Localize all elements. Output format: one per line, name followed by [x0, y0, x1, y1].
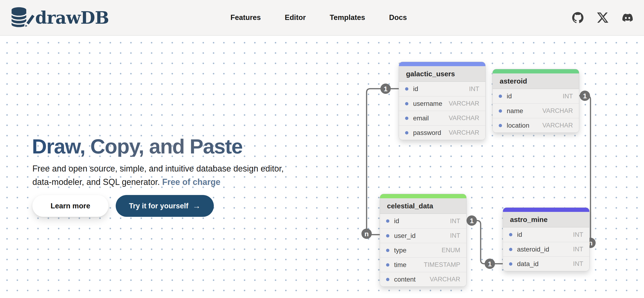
table-accent-bar [503, 208, 589, 212]
table-field-row: usernameVARCHAR [399, 96, 485, 111]
cardinality-marker: 1 [485, 258, 495, 269]
x-twitter-icon[interactable] [597, 12, 608, 23]
field-name: id [517, 231, 522, 238]
drawdb-logo-icon [10, 6, 32, 29]
table-accent-bar [380, 194, 466, 198]
brand-name: drawDB [35, 8, 109, 28]
table-field-row: passwordVARCHAR [399, 125, 485, 140]
field-name: username [413, 100, 442, 108]
nav-link-docs[interactable]: Docs [389, 13, 407, 22]
field-type: INT [573, 231, 584, 238]
nav-link-templates[interactable]: Templates [330, 13, 365, 22]
field-dot-icon [405, 116, 408, 120]
hero-canvas: Draw, Copy, and Paste Free and open sour… [0, 36, 644, 298]
field-name: location [507, 122, 530, 129]
table-name: galactic_users [399, 66, 485, 82]
field-type: VARCHAR [542, 122, 573, 129]
field-name: user_id [394, 232, 416, 240]
table-field-row: idINT [503, 227, 589, 242]
field-type: INT [573, 246, 584, 253]
table-card-asteroid: asteroid idINTnameVARCHARlocationVARCHAR [492, 69, 579, 133]
field-name: content [394, 276, 416, 283]
field-dot-icon [499, 109, 502, 113]
field-dot-icon [405, 102, 408, 105]
table-rows: idINTuser_idINTtypeENUMtimeTIMESTAMPcont… [380, 214, 466, 286]
main-nav: Features Editor Templates Docs [230, 0, 407, 35]
table-field-row: locationVARCHAR [492, 118, 579, 132]
table-field-row: idINT [399, 82, 485, 96]
field-dot-icon [386, 278, 389, 281]
field-name: id [394, 217, 399, 225]
table-field-row: emailVARCHAR [399, 111, 485, 125]
table-card-galactic-users: galactic_users idINTusernameVARCHARemail… [399, 62, 486, 140]
svg-text:n: n [364, 230, 369, 238]
field-type: INT [469, 86, 480, 93]
field-dot-icon [386, 263, 389, 266]
field-name: data_id [517, 260, 538, 268]
table-name: celestial_data [380, 198, 466, 214]
field-type: VARCHAR [430, 276, 460, 283]
table-rows: idINTasteroid_idINTdata_idINT [503, 227, 589, 271]
field-name: id [413, 85, 418, 93]
nav-link-editor[interactable]: Editor [285, 13, 306, 22]
field-name: email [413, 114, 429, 122]
cardinality-marker: 1 [380, 84, 391, 94]
svg-text:1: 1 [488, 260, 492, 268]
field-dot-icon [386, 249, 389, 252]
table-card-astro-mine: astro_mine idINTasteroid_idINTdata_idINT [503, 208, 590, 271]
field-name: id [507, 92, 512, 100]
cardinality-marker: n [362, 228, 372, 239]
table-field-row: data_idINT [503, 256, 589, 271]
field-type: TIMESTAMP [424, 261, 460, 268]
field-type: VARCHAR [449, 129, 479, 136]
table-rows: idINTnameVARCHARlocationVARCHAR [492, 89, 579, 132]
field-dot-icon [386, 220, 389, 223]
github-icon[interactable] [572, 12, 584, 23]
field-name: type [394, 246, 406, 254]
field-dot-icon [499, 94, 502, 98]
field-type: INT [563, 93, 573, 100]
field-type: INT [450, 232, 460, 239]
field-dot-icon [499, 124, 502, 127]
social-links [572, 0, 633, 35]
cardinality-marker: 1 [580, 90, 590, 101]
discord-icon[interactable] [622, 12, 633, 23]
field-name: asteroid_id [517, 246, 549, 253]
navbar: drawDB Features Editor Templates Docs [0, 0, 644, 36]
field-dot-icon [509, 248, 512, 251]
table-name: astro_mine [503, 212, 589, 227]
field-type: INT [573, 260, 584, 268]
table-name: asteroid [492, 74, 579, 89]
table-field-row: user_idINT [380, 228, 466, 243]
table-card-celestial-data: celestial_data idINTuser_idINTtypeENUMti… [380, 194, 466, 287]
field-type: VARCHAR [449, 100, 479, 107]
table-accent-bar [492, 69, 579, 74]
relation-line [466, 220, 503, 264]
svg-text:1: 1 [384, 85, 388, 93]
field-dot-icon [405, 87, 408, 90]
field-dot-icon [509, 262, 512, 266]
table-field-row: timeTIMESTAMP [380, 258, 466, 272]
field-dot-icon [509, 233, 512, 236]
table-field-row: idINT [492, 89, 579, 104]
field-name: password [413, 129, 441, 136]
field-name: time [394, 261, 406, 269]
field-type: VARCHAR [449, 114, 479, 122]
field-type: VARCHAR [542, 107, 573, 114]
cardinality-marker: 1 [466, 216, 477, 226]
table-field-row: idINT [380, 214, 466, 228]
svg-text:1: 1 [470, 217, 474, 224]
field-dot-icon [386, 234, 389, 238]
table-field-row: asteroid_idINT [503, 242, 589, 256]
field-dot-icon [405, 131, 408, 134]
field-type: ENUM [442, 246, 460, 254]
svg-text:1: 1 [583, 92, 587, 100]
field-name: name [507, 107, 523, 115]
table-field-row: typeENUM [380, 243, 466, 258]
table-rows: idINTusernameVARCHARemailVARCHARpassword… [399, 82, 485, 140]
table-field-row: nameVARCHAR [492, 104, 579, 118]
field-type: INT [450, 218, 460, 225]
table-accent-bar [399, 62, 485, 66]
brand-logo[interactable]: drawDB [10, 0, 109, 35]
nav-link-features[interactable]: Features [230, 13, 261, 22]
